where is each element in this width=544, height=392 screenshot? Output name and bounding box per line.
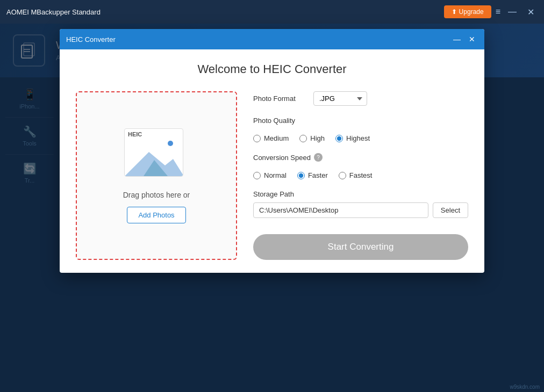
speed-faster-option[interactable]: Faster	[297, 171, 328, 179]
minimize-button[interactable]: —	[505, 6, 520, 18]
app-title: AOMEI MBackupper Standard	[6, 8, 101, 16]
conversion-speed-group: Conversion Speed ? Normal Faster	[253, 153, 468, 179]
photo-format-label: Photo Format	[253, 95, 307, 103]
path-input-row: Select	[253, 202, 468, 218]
dialog-columns: HEIC Drag photos here or Add Photos	[76, 91, 468, 260]
title-bar-right: ⬆ Upgrade ≡ — ✕	[444, 5, 538, 18]
storage-path-row: Storage Path Select	[253, 190, 468, 218]
quality-highest-option[interactable]: Highest	[335, 134, 370, 142]
watermark: w9skdn.com	[510, 384, 540, 390]
storage-path-input[interactable]	[253, 202, 428, 218]
settings-panel: Photo Format .JPG .PNG .BMP Photo Qualit…	[253, 91, 468, 260]
dialog-overlay: HEIC Converter — ✕ Welcome to HEIC Conve…	[0, 24, 544, 392]
add-photos-button[interactable]: Add Photos	[127, 207, 185, 223]
quality-highest-radio[interactable]	[335, 135, 343, 142]
heic-card: HEIC	[124, 128, 183, 177]
quality-medium-option[interactable]: Medium	[253, 134, 289, 142]
photo-quality-options: Medium High Highest	[253, 134, 468, 142]
quality-high-option[interactable]: High	[299, 134, 325, 142]
drop-text: Drag photos here or	[123, 191, 190, 199]
speed-fastest-option[interactable]: Fastest	[339, 171, 373, 179]
conversion-speed-options: Normal Faster Fastest	[253, 171, 468, 179]
dialog-title: HEIC Converter	[66, 35, 116, 43]
close-button[interactable]: ✕	[524, 6, 538, 18]
dialog-body: Welcome to HEIC Converter HEIC	[60, 49, 484, 273]
photo-quality-group: Photo Quality Medium High	[253, 117, 468, 142]
title-bar-left: AOMEI MBackupper Standard	[6, 8, 101, 16]
dialog-titlebar: HEIC Converter — ✕	[60, 29, 484, 49]
conversion-speed-label: Conversion Speed ?	[253, 153, 468, 162]
quality-high-radio[interactable]	[299, 135, 307, 142]
dialog-close-button[interactable]: ✕	[466, 33, 478, 45]
select-path-button[interactable]: Select	[433, 202, 468, 218]
dialog-window-buttons: — ✕	[451, 33, 478, 45]
menu-icon[interactable]: ≡	[496, 7, 500, 17]
speed-normal-radio[interactable]	[253, 172, 261, 179]
drop-zone[interactable]: HEIC Drag photos here or Add Photos	[76, 91, 237, 260]
heic-converter-dialog: HEIC Converter — ✕ Welcome to HEIC Conve…	[60, 29, 484, 273]
upgrade-button[interactable]: ⬆ Upgrade	[444, 5, 491, 18]
start-converting-button[interactable]: Start Converting	[253, 234, 468, 260]
speed-faster-radio[interactable]	[297, 172, 305, 179]
quality-medium-radio[interactable]	[253, 135, 261, 142]
title-bar: AOMEI MBackupper Standard ⬆ Upgrade ≡ — …	[0, 0, 544, 24]
speed-normal-option[interactable]: Normal	[253, 171, 287, 179]
photo-format-select[interactable]: .JPG .PNG .BMP	[313, 91, 367, 106]
dialog-heading: Welcome to HEIC Converter	[76, 62, 468, 76]
conversion-speed-help-icon[interactable]: ?	[314, 153, 323, 162]
dialog-minimize-button[interactable]: —	[451, 33, 463, 45]
storage-path-label: Storage Path	[253, 190, 468, 198]
photo-quality-label: Photo Quality	[253, 117, 468, 125]
photo-format-row: Photo Format .JPG .PNG .BMP	[253, 91, 468, 106]
speed-fastest-radio[interactable]	[339, 172, 346, 179]
heic-label: HEIC	[125, 129, 183, 140]
heic-preview: HEIC	[124, 128, 189, 182]
